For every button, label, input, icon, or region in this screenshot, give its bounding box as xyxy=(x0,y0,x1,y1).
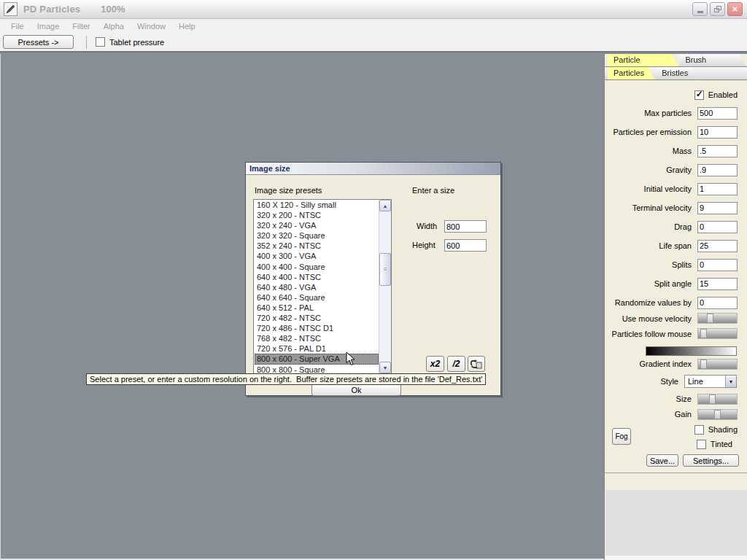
tablet-pressure-label: Tablet pressure xyxy=(109,38,164,47)
field-label: Terminal velocity xyxy=(632,203,692,212)
presets-button[interactable]: Pressets -> xyxy=(3,35,74,49)
titlebar: PD Particles 100% ✕ xyxy=(0,0,747,19)
enter-size-label: Enter a size xyxy=(412,186,454,195)
field-row: Terminal velocity xyxy=(605,198,747,217)
menu-filter[interactable]: Filter xyxy=(66,22,96,31)
field-input-splits[interactable] xyxy=(697,259,738,271)
preset-item[interactable]: 720 x 486 - NTSC D1 xyxy=(255,323,379,333)
field-label: Splits xyxy=(672,260,692,269)
fog-button[interactable]: Fog xyxy=(612,428,631,445)
preset-item[interactable]: 352 x 240 - NTSC xyxy=(255,241,379,251)
menu-file[interactable]: File xyxy=(4,22,31,31)
field-row: Split angle xyxy=(605,274,747,293)
shading-checkbox[interactable] xyxy=(694,425,704,435)
slider-thumb[interactable] xyxy=(700,359,707,369)
field-row: Drag xyxy=(605,217,747,236)
tinted-checkbox[interactable] xyxy=(697,440,706,449)
particles-follow-mouse-slider[interactable] xyxy=(697,328,738,339)
preset-item[interactable]: 720 x 482 - NTSC xyxy=(255,313,379,323)
preset-item[interactable]: 720 x 576 - PAL D1 xyxy=(255,343,379,354)
slider-thumb[interactable] xyxy=(709,394,716,404)
slider-thumb[interactable] xyxy=(707,314,713,323)
tooltip: Select a preset, or enter a custom resol… xyxy=(86,373,486,385)
style-dropdown[interactable]: Line ▼ xyxy=(684,375,737,388)
preset-item[interactable]: 640 x 512 - PAL xyxy=(255,303,379,313)
tablet-pressure-checkbox[interactable] xyxy=(96,37,105,47)
preset-item[interactable]: 320 x 320 - Square xyxy=(255,230,379,241)
scrollbar-thumb[interactable]: ≡ xyxy=(379,253,391,286)
width-label: Width xyxy=(417,222,437,230)
preset-listbox[interactable]: 160 X 120 - Silly small320 x 200 - NTSC3… xyxy=(253,199,392,374)
preset-item[interactable]: 800 x 800 - Square xyxy=(255,365,379,375)
tab-brush-settings[interactable]: Brush settings xyxy=(679,54,746,66)
mouse-cursor xyxy=(346,351,356,366)
field-input-drag[interactable] xyxy=(697,221,738,233)
panel-subtabrow: Particles Bristles xyxy=(605,67,747,80)
gradient-index-slider[interactable] xyxy=(697,359,738,370)
shading-label: Shading xyxy=(708,425,738,434)
slider-thumb[interactable] xyxy=(700,329,707,338)
enabled-checkbox[interactable] xyxy=(694,90,704,100)
save-button[interactable]: Save... xyxy=(646,454,678,467)
tab-bristles[interactable]: Bristles xyxy=(656,67,698,79)
menu-window[interactable]: Window xyxy=(131,22,172,31)
field-input-split-angle[interactable] xyxy=(697,278,738,290)
particle-panel: Particle system Brush settings Particles… xyxy=(604,54,747,560)
zoom-level: 100% xyxy=(101,4,125,15)
swap-dimensions-icon xyxy=(471,359,482,369)
use-mouse-velocity-slider[interactable] xyxy=(697,313,738,324)
tab-particles[interactable]: Particles xyxy=(608,67,654,79)
scroll-up-icon[interactable]: ▲ xyxy=(379,200,391,211)
width-input[interactable] xyxy=(444,220,487,233)
slider-thumb[interactable] xyxy=(714,410,721,419)
tab-particle-system[interactable]: Particle system xyxy=(608,54,678,66)
field-input-life-span[interactable] xyxy=(697,240,738,252)
scroll-down-icon[interactable]: ▼ xyxy=(379,362,391,373)
panel-empty-area xyxy=(605,490,747,556)
field-row: Mass xyxy=(605,141,747,160)
menubar: FileImageFilterAlphaWindowHelp xyxy=(0,19,747,33)
image-size-dialog: Image size Image size presets Enter a si… xyxy=(245,162,501,396)
preset-item[interactable]: 320 x 200 - NTSC xyxy=(255,210,379,220)
field-input-randomize-values-by[interactable] xyxy=(697,297,738,309)
slider-row: Use mouse velocity xyxy=(605,311,747,326)
preset-item[interactable]: 320 x 240 - VGA xyxy=(255,220,379,230)
field-input-particles-per-emission[interactable] xyxy=(697,126,738,139)
panel-bottom-strip xyxy=(605,556,747,560)
swap-dimensions-button[interactable] xyxy=(468,356,485,372)
gradient-preview-bar[interactable] xyxy=(646,346,737,356)
preset-item[interactable]: 400 x 300 - VGA xyxy=(255,251,379,261)
gradient-index-label: Gradient index xyxy=(639,359,692,368)
preset-item[interactable]: 400 x 400 - Square xyxy=(255,262,379,272)
preset-item[interactable]: 640 x 400 - NTSC xyxy=(255,272,379,282)
close-button[interactable]: ✕ xyxy=(727,2,743,16)
gain-slider[interactable] xyxy=(697,409,738,420)
settings-button[interactable]: Settings... xyxy=(683,454,739,467)
chevron-down-icon[interactable]: ▼ xyxy=(725,376,736,387)
preset-item[interactable]: 160 X 120 - Silly small xyxy=(255,200,379,210)
field-input-max-particles[interactable] xyxy=(697,107,738,120)
minimize-button[interactable] xyxy=(692,2,708,16)
size-slider[interactable] xyxy=(697,394,738,405)
ok-button[interactable]: Ok xyxy=(311,384,401,396)
preset-item[interactable]: 768 x 482 - NTSC xyxy=(255,333,379,343)
menu-image[interactable]: Image xyxy=(31,22,66,31)
close-icon: ✕ xyxy=(732,5,738,13)
listbox-scrollbar[interactable]: ▲ ≡ ▼ xyxy=(379,200,391,373)
preset-item[interactable]: 640 x 640 - Square xyxy=(255,292,379,303)
dialog-titlebar[interactable]: Image size xyxy=(246,163,500,175)
field-input-initial-velocity[interactable] xyxy=(697,183,738,195)
restore-button[interactable] xyxy=(710,2,725,16)
half-size-button[interactable]: /2 xyxy=(447,356,465,372)
preset-item[interactable]: 640 x 480 - VGA xyxy=(255,282,379,292)
double-size-button[interactable]: x2 xyxy=(426,356,444,372)
height-input[interactable] xyxy=(444,239,487,252)
field-input-mass[interactable] xyxy=(697,145,738,158)
menu-alpha[interactable]: Alpha xyxy=(97,22,131,31)
slider-label: Use mouse velocity xyxy=(622,314,692,323)
preset-item[interactable]: 800 x 600 - Super VGA xyxy=(255,354,379,364)
field-input-gravity[interactable] xyxy=(697,164,738,176)
field-input-terminal-velocity[interactable] xyxy=(697,202,738,214)
field-label: Initial velocity xyxy=(644,184,692,193)
menu-help[interactable]: Help xyxy=(172,22,202,31)
